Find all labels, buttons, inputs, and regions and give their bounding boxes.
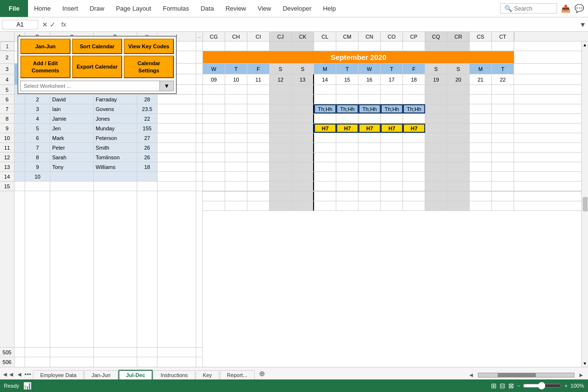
col-cj: CJ bbox=[270, 32, 292, 41]
calendar-cell bbox=[359, 153, 381, 162]
zoom-slider[interactable] bbox=[523, 382, 561, 390]
menu-pagelayout[interactable]: Page Layout bbox=[110, 0, 157, 17]
menu-draw[interactable]: Draw bbox=[84, 0, 110, 17]
calendar-cell bbox=[425, 143, 447, 152]
row-num: 12 bbox=[0, 153, 14, 162]
btn-sort-calendar[interactable]: Sort Calendar bbox=[72, 39, 122, 54]
cell-lastname: Smith bbox=[94, 143, 137, 152]
menu-formulas[interactable]: Formulas bbox=[157, 0, 195, 17]
btn-add-edit-comments[interactable]: Add / Edit Comments bbox=[20, 56, 71, 78]
calendar-cell: H7 bbox=[381, 124, 403, 133]
calendar-cell bbox=[425, 124, 447, 133]
btn-calendar-settings[interactable]: Calendar Settings bbox=[124, 56, 174, 78]
scroll-down-icon[interactable]: ▼ bbox=[582, 360, 588, 367]
calendar-cell bbox=[359, 182, 381, 191]
view-page-icon[interactable]: ⊟ bbox=[500, 382, 505, 390]
share-icon[interactable]: 📤 bbox=[561, 4, 571, 13]
calendar-cell: Th;Hh bbox=[359, 104, 381, 113]
calendar-cell bbox=[247, 104, 270, 113]
file-button[interactable]: File bbox=[0, 0, 28, 17]
tab-instructions[interactable]: Instructions bbox=[153, 370, 195, 379]
tab-employee-data[interactable]: Employee Data bbox=[33, 370, 84, 379]
tab-report[interactable]: Report... bbox=[220, 370, 255, 379]
col-ci: CI bbox=[247, 32, 270, 41]
calendar-cell bbox=[225, 114, 247, 123]
spreadsheet-icon: 📊 bbox=[23, 382, 31, 390]
expand-formula-icon[interactable]: ▼ bbox=[579, 21, 586, 28]
zoom-out-icon[interactable]: − bbox=[517, 383, 520, 389]
zoom-in-icon[interactable]: + bbox=[564, 383, 567, 389]
row-15-num: 15 bbox=[0, 182, 14, 191]
toolbar-overlay: Jan-Jun Sort Calendar View Key Codes Add… bbox=[17, 36, 177, 94]
calendar-cell bbox=[225, 95, 247, 104]
calendar-cell bbox=[314, 153, 336, 162]
view-normal-icon[interactable]: ⊞ bbox=[491, 382, 497, 390]
day-header: W bbox=[203, 64, 225, 74]
calendar-cell bbox=[292, 133, 314, 142]
cell-firstname: Mark bbox=[50, 133, 94, 142]
menu-insert[interactable]: Insert bbox=[57, 0, 84, 17]
view-preview-icon[interactable]: ⊠ bbox=[508, 382, 514, 390]
btn-jan-jun[interactable]: Jan-Jun bbox=[20, 39, 71, 54]
calendar-cell bbox=[359, 162, 381, 171]
row-num: 6 bbox=[0, 95, 14, 104]
col-header-dots: … bbox=[196, 32, 203, 41]
row-505-num: 505 bbox=[0, 348, 14, 357]
name-box[interactable] bbox=[2, 20, 38, 29]
cell-leave: 22 bbox=[137, 114, 158, 123]
menu-help[interactable]: Help bbox=[317, 0, 342, 17]
search-box[interactable]: 🔍 bbox=[500, 3, 557, 14]
tab-key[interactable]: Key bbox=[196, 370, 219, 379]
row-num: 13 bbox=[0, 162, 14, 171]
tab-nav-left[interactable]: ◄◄ ◄ ••• bbox=[2, 371, 33, 379]
row-2-num: 2 bbox=[0, 51, 14, 63]
btn-view-key-codes[interactable]: View Key Codes bbox=[124, 39, 174, 54]
calendar-cell bbox=[270, 85, 292, 94]
tab-jan-jun[interactable]: Jan-Jun bbox=[84, 370, 117, 379]
tab-jul-dec[interactable]: Jul-Dec bbox=[118, 370, 153, 379]
col-cn: CN bbox=[359, 32, 381, 41]
cell-leave bbox=[137, 172, 158, 181]
tab-scroll-left[interactable]: ◄ bbox=[466, 372, 476, 378]
calendar-cell bbox=[447, 85, 470, 94]
calendar-cell bbox=[403, 162, 425, 171]
calendar-cell bbox=[292, 182, 314, 191]
tab-scroll-right[interactable]: ► bbox=[576, 372, 586, 378]
search-input[interactable] bbox=[514, 5, 553, 12]
row-3-num: 3 bbox=[0, 64, 14, 74]
menu-view[interactable]: View bbox=[252, 0, 277, 17]
btn-export-calendar[interactable]: Export Calendar bbox=[72, 56, 122, 78]
day-header: T bbox=[336, 64, 359, 74]
tab-scrollbar-thumb[interactable] bbox=[498, 373, 536, 377]
cell-leave: 26 bbox=[137, 143, 158, 152]
calendar-cell bbox=[470, 104, 492, 113]
formula-input[interactable] bbox=[70, 21, 577, 28]
calendar-cell: Th;Hh bbox=[336, 104, 359, 113]
calendar-cell bbox=[447, 172, 470, 181]
table-row: 12 8 Sarah Tomlinson 26 bbox=[0, 153, 203, 162]
menu-review[interactable]: Review bbox=[220, 0, 252, 17]
cell-id: 2 bbox=[25, 95, 50, 104]
tab-add[interactable]: ⊕ bbox=[255, 368, 269, 379]
comment-icon[interactable]: 💬 bbox=[574, 4, 584, 13]
menu-data[interactable]: Data bbox=[195, 0, 219, 17]
cell-leave: 23.5 bbox=[137, 104, 158, 113]
cell-firstname: Sarah bbox=[50, 153, 94, 162]
worksheet-selector[interactable]: Select Worksheet ... ▼ bbox=[20, 81, 174, 91]
row-num: 7 bbox=[0, 104, 14, 113]
cell-lastname: Jones bbox=[94, 114, 137, 123]
menu-developer[interactable]: Developer bbox=[277, 0, 317, 17]
row-4-num: 4 bbox=[0, 74, 14, 84]
calendar-cell bbox=[314, 114, 336, 123]
row-num: 14 bbox=[0, 172, 14, 181]
menu-home[interactable]: Home bbox=[28, 0, 57, 17]
scroll-up-icon[interactable]: ▲ bbox=[582, 42, 588, 48]
calendar-cell bbox=[270, 143, 292, 152]
calendar-cell bbox=[270, 172, 292, 181]
worksheet-dropdown-arrow[interactable]: ▼ bbox=[159, 81, 173, 91]
scroll-thumb[interactable] bbox=[583, 197, 588, 211]
row-num: 8 bbox=[0, 114, 14, 123]
calendar-cell bbox=[359, 85, 381, 94]
calendar-cell bbox=[292, 104, 314, 113]
table-row: 14 10 bbox=[0, 172, 203, 182]
